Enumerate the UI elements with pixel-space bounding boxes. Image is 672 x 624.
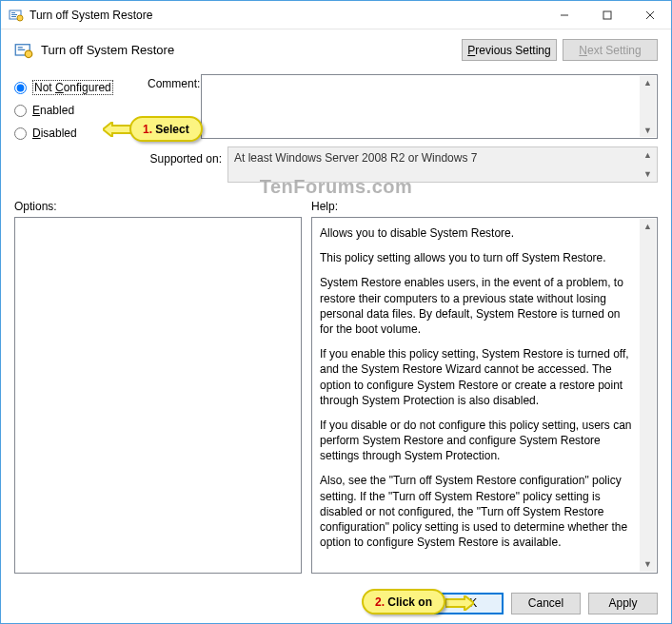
- supported-on-value: At least Windows Server 2008 R2 or Windo…: [234, 151, 477, 165]
- radio-not-configured-label: Not Configured: [32, 80, 113, 95]
- arrow-icon: [445, 595, 474, 611]
- help-text: If you enable this policy setting, Syste…: [320, 346, 636, 408]
- help-text: This policy setting allows you to turn o…: [320, 250, 636, 265]
- callout-number: 2.: [375, 595, 385, 609]
- supported-row: Supported on: At least Windows Server 20…: [148, 146, 658, 183]
- svg-rect-10: [18, 47, 23, 48]
- right-col: Comment: ▲▼ Supported on: At least Windo…: [148, 74, 658, 183]
- help-text: Also, see the "Turn off System Restore c…: [320, 473, 636, 550]
- radio-disabled-input[interactable]: [14, 127, 27, 140]
- radio-not-configured-input[interactable]: [14, 82, 27, 94]
- radio-enabled-label: Enabled: [32, 104, 74, 117]
- next-setting-button[interactable]: Next Setting: [563, 39, 658, 61]
- annotation-callout-select: 1. Select: [129, 116, 203, 142]
- radio-not-configured[interactable]: Not Configured: [14, 76, 148, 99]
- comment-row: Comment: ▲▼: [148, 74, 658, 139]
- policy-editor-window: Turn off System Restore Turn off System …: [0, 0, 672, 624]
- help-panel: ▲▼ Allows you to disable System Restore.…: [311, 217, 658, 574]
- options-label: Options:: [14, 200, 311, 213]
- apply-button[interactable]: Apply: [588, 593, 658, 614]
- panels: ▲▼ Allows you to disable System Restore.…: [14, 217, 658, 574]
- radio-enabled[interactable]: Enabled: [14, 99, 148, 122]
- svg-marker-13: [103, 122, 131, 137]
- help-text: Allows you to disable System Restore.: [320, 225, 636, 241]
- content-area: Turn off System Restore Previous Setting…: [1, 29, 671, 583]
- help-text: System Restore enables users, in the eve…: [320, 275, 636, 337]
- titlebar: Turn off System Restore: [1, 1, 671, 29]
- radio-disabled-label: Disabled: [32, 127, 77, 140]
- arrow-icon: [103, 122, 131, 137]
- window-buttons: [543, 1, 671, 29]
- panels-labels: Options: Help:: [14, 200, 658, 213]
- svg-rect-6: [603, 11, 611, 19]
- svg-point-4: [17, 15, 23, 21]
- callout-text: Select: [152, 123, 189, 136]
- svg-rect-3: [11, 16, 16, 17]
- svg-point-12: [25, 50, 32, 58]
- svg-marker-14: [445, 595, 474, 611]
- scrollbar[interactable]: ▲▼: [640, 76, 656, 137]
- help-text: If you disable or do not configure this …: [320, 418, 636, 464]
- annotation-callout-click: 2. Click on: [362, 589, 445, 614]
- minimize-button[interactable]: [543, 1, 585, 29]
- svg-rect-11: [18, 49, 26, 49]
- callout-number: 1.: [143, 123, 152, 136]
- svg-rect-2: [11, 14, 17, 15]
- policy-icon: [14, 41, 33, 60]
- comment-textarea[interactable]: ▲▼: [201, 74, 658, 139]
- footer-buttons: OK Cancel Apply: [1, 583, 671, 623]
- app-icon: [9, 8, 24, 23]
- maximize-button[interactable]: [585, 1, 628, 29]
- cancel-button[interactable]: Cancel: [511, 593, 581, 614]
- policy-title: Turn off System Restore: [41, 43, 456, 57]
- supported-on-text: At least Windows Server 2008 R2 or Windo…: [227, 146, 658, 183]
- scrollbar[interactable]: ▲▼: [640, 148, 656, 181]
- header-row: Turn off System Restore Previous Setting…: [14, 39, 658, 61]
- radio-enabled-input[interactable]: [14, 105, 27, 117]
- window-title: Turn off System Restore: [30, 9, 543, 22]
- options-panel[interactable]: [14, 217, 302, 574]
- supported-label: Supported on:: [148, 146, 227, 183]
- callout-text: Click on: [385, 595, 432, 609]
- close-button[interactable]: [628, 1, 671, 29]
- svg-rect-1: [11, 12, 15, 13]
- scrollbar[interactable]: ▲▼: [640, 219, 656, 572]
- previous-setting-button[interactable]: Previous Setting: [462, 39, 557, 61]
- help-label: Help:: [311, 200, 338, 213]
